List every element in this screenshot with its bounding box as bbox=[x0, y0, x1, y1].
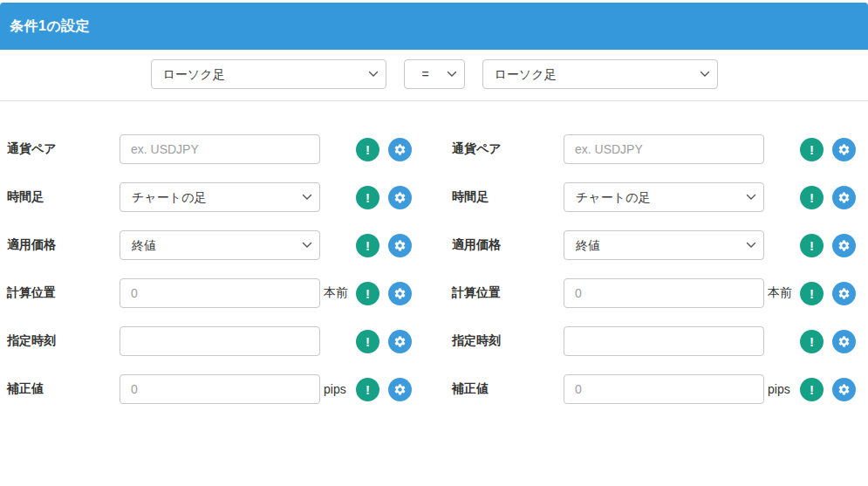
condition-settings-panel: 条件1の設定 ローソク足 = ローソク足 bbox=[0, 0, 868, 486]
settings-button[interactable] bbox=[832, 378, 856, 401]
exclamation-icon: ! bbox=[810, 239, 814, 252]
row-action-buttons: ! bbox=[356, 186, 412, 209]
field-suffix: pips bbox=[764, 382, 800, 396]
exclamation-icon: ! bbox=[366, 335, 370, 348]
gear-icon bbox=[837, 287, 851, 300]
row-action-buttons: ! bbox=[800, 330, 856, 353]
row-action-buttons: ! bbox=[356, 378, 412, 401]
settings-button[interactable] bbox=[832, 234, 856, 257]
alert-button[interactable]: ! bbox=[800, 186, 824, 209]
form-row-specified-time-left: 指定時刻 ! bbox=[7, 326, 452, 356]
field-wrap bbox=[120, 134, 320, 164]
operator-wrap: = bbox=[404, 59, 465, 89]
settings-button[interactable] bbox=[388, 186, 412, 209]
field-wrap: チャートの足 bbox=[120, 182, 320, 212]
settings-button[interactable] bbox=[388, 138, 412, 161]
field-suffix: 本前 bbox=[320, 285, 356, 301]
settings-button[interactable] bbox=[832, 282, 856, 305]
settings-button[interactable] bbox=[388, 234, 412, 257]
exclamation-icon: ! bbox=[810, 143, 814, 156]
panel-header: 条件1の設定 bbox=[0, 3, 868, 50]
form-row-correction-value-right: 補正値 pips ! bbox=[452, 374, 861, 404]
exclamation-icon: ! bbox=[810, 287, 814, 300]
settings-button[interactable] bbox=[832, 138, 856, 161]
alert-button[interactable]: ! bbox=[356, 138, 379, 161]
applied-price-select-right[interactable]: 終値 bbox=[564, 230, 764, 260]
gear-icon bbox=[393, 335, 407, 348]
gear-icon bbox=[393, 191, 407, 204]
field-wrap: チャートの足 bbox=[564, 182, 764, 212]
row-action-buttons: ! bbox=[800, 138, 856, 161]
calc-position-input-right[interactable] bbox=[564, 278, 764, 308]
form-area: 通貨ペア ! 時間足 チャートの足 bbox=[0, 101, 868, 422]
field-label: 通貨ペア bbox=[452, 141, 564, 157]
alert-button[interactable]: ! bbox=[356, 378, 379, 401]
correction-value-input-right[interactable] bbox=[564, 374, 764, 404]
gear-icon bbox=[393, 143, 407, 156]
exclamation-icon: ! bbox=[810, 383, 814, 396]
applied-price-select-left[interactable]: 終値 bbox=[120, 230, 320, 260]
left-operand-wrap: ローソク足 bbox=[151, 59, 386, 89]
field-label: 補正値 bbox=[452, 381, 564, 397]
alert-button[interactable]: ! bbox=[356, 234, 379, 257]
form-row-calc-position-left: 計算位置 本前 ! bbox=[7, 278, 452, 308]
settings-button[interactable] bbox=[832, 186, 856, 209]
row-action-buttons: ! bbox=[356, 234, 412, 257]
form-column-right: 通貨ペア ! 時間足 チャートの足 bbox=[452, 134, 861, 422]
field-label: 指定時刻 bbox=[7, 333, 120, 349]
form-row-correction-value-left: 補正値 pips ! bbox=[7, 374, 452, 404]
form-row-applied-price-left: 適用価格 終値 ! bbox=[7, 230, 452, 260]
field-wrap bbox=[120, 326, 320, 356]
field-wrap bbox=[120, 374, 320, 404]
row-action-buttons: ! bbox=[800, 186, 856, 209]
form-row-calc-position-right: 計算位置 本前 ! bbox=[452, 278, 861, 308]
field-label: 補正値 bbox=[7, 381, 120, 397]
gear-icon bbox=[837, 143, 851, 156]
field-label: 通貨ペア bbox=[7, 141, 120, 157]
gear-icon bbox=[837, 335, 851, 348]
currency-pair-input-left[interactable] bbox=[120, 134, 320, 164]
settings-button[interactable] bbox=[388, 330, 412, 353]
right-operand-select[interactable]: ローソク足 bbox=[482, 59, 718, 89]
gear-icon bbox=[393, 383, 407, 396]
left-operand-select[interactable]: ローソク足 bbox=[151, 59, 386, 89]
field-wrap: 終値 bbox=[564, 230, 764, 260]
settings-button[interactable] bbox=[388, 378, 412, 401]
exclamation-icon: ! bbox=[366, 143, 370, 156]
form-row-timeframe-right: 時間足 チャートの足 ! bbox=[452, 182, 861, 212]
alert-button[interactable]: ! bbox=[356, 330, 379, 353]
gear-icon bbox=[837, 383, 851, 396]
settings-button[interactable] bbox=[832, 330, 856, 353]
alert-button[interactable]: ! bbox=[356, 282, 379, 305]
calc-position-input-left[interactable] bbox=[120, 278, 320, 308]
alert-button[interactable]: ! bbox=[356, 186, 379, 209]
row-action-buttons: ! bbox=[800, 282, 856, 305]
currency-pair-input-right[interactable] bbox=[564, 134, 764, 164]
gear-icon bbox=[837, 191, 851, 204]
gear-icon bbox=[393, 239, 407, 252]
field-label: 計算位置 bbox=[452, 285, 564, 301]
form-row-applied-price-right: 適用価格 終値 ! bbox=[452, 230, 861, 260]
alert-button[interactable]: ! bbox=[800, 282, 824, 305]
exclamation-icon: ! bbox=[366, 239, 370, 252]
timeframe-select-left[interactable]: チャートの足 bbox=[120, 182, 320, 212]
form-row-specified-time-right: 指定時刻 ! bbox=[452, 326, 861, 356]
field-wrap bbox=[564, 278, 764, 308]
settings-button[interactable] bbox=[388, 282, 412, 305]
field-wrap: 終値 bbox=[120, 230, 320, 260]
field-wrap bbox=[564, 374, 764, 404]
field-label: 時間足 bbox=[7, 189, 120, 205]
field-wrap bbox=[564, 326, 764, 356]
alert-button[interactable]: ! bbox=[800, 330, 824, 353]
exclamation-icon: ! bbox=[366, 191, 370, 204]
field-label: 適用価格 bbox=[452, 237, 564, 253]
alert-button[interactable]: ! bbox=[800, 234, 824, 257]
specified-time-input-right[interactable] bbox=[564, 326, 764, 356]
operator-select[interactable]: = bbox=[404, 59, 465, 89]
timeframe-select-right[interactable]: チャートの足 bbox=[564, 182, 764, 212]
alert-button[interactable]: ! bbox=[800, 378, 824, 401]
specified-time-input-left[interactable] bbox=[120, 326, 320, 356]
form-row-currency-pair-left: 通貨ペア ! bbox=[7, 134, 452, 164]
alert-button[interactable]: ! bbox=[800, 138, 824, 161]
correction-value-input-left[interactable] bbox=[120, 374, 320, 404]
